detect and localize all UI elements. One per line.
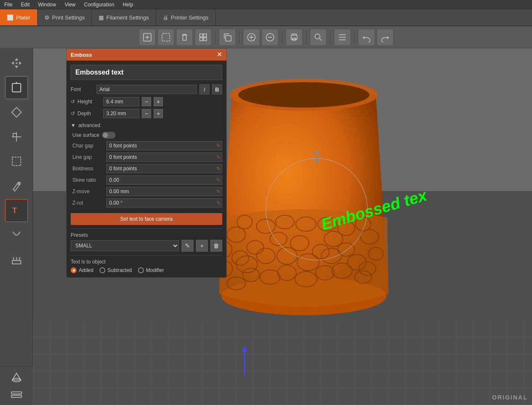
menu-help[interactable]: Help (119, 1, 138, 8)
radio-subtracted[interactable]: Subtracted (99, 267, 132, 273)
delete-btn[interactable] (176, 29, 193, 46)
tab-filament-settings[interactable]: ▦ Filament Settings (92, 9, 156, 25)
line-gap-input[interactable] (106, 153, 222, 162)
char-gap-edit-icon[interactable]: ✎ (216, 143, 221, 149)
menubar: File Edit Window View Configuration Help (0, 0, 532, 9)
height-reset-icon[interactable]: ↺ (71, 99, 75, 105)
align-btn[interactable] (334, 29, 351, 46)
add-part-btn[interactable] (243, 29, 260, 46)
advanced-section-header[interactable]: ▼ advanced (71, 121, 222, 130)
plater-icon: ⬜ (7, 14, 14, 21)
toolbar (0, 26, 532, 48)
text-object-section: Text is to object Added Subtracted Mo (71, 255, 222, 273)
radio-modifier[interactable]: Modifier (138, 267, 164, 273)
watermark: ORIGINAL (492, 394, 528, 401)
depth-input[interactable] (103, 109, 139, 118)
presets-section: Presets SMALL ✎ + 🗑 (71, 228, 222, 252)
font-label: Font (71, 86, 94, 92)
z-move-row: Z-move ✎ (72, 187, 222, 196)
menu-edit[interactable]: Edit (17, 1, 34, 8)
height-input[interactable] (103, 97, 139, 106)
advanced-chevron-icon: ▼ (71, 122, 76, 128)
bold-button[interactable]: B (212, 84, 222, 94)
sidebar-select[interactable] (5, 76, 28, 99)
line-gap-row: Line gap ✎ (72, 153, 222, 162)
viewport[interactable]: Embossed text ORIGINAL Emboss ✕ (33, 48, 532, 405)
svg-marker-22 (15, 66, 18, 68)
redo-btn[interactable] (377, 29, 394, 46)
sidebar-emboss[interactable]: T (5, 199, 28, 222)
height-plus-btn[interactable]: + (154, 97, 163, 106)
svg-point-16 (315, 34, 320, 39)
menu-window[interactable]: Window (34, 1, 61, 8)
add-object-btn[interactable] (139, 29, 156, 46)
sidebar-3d-view[interactable] (5, 369, 28, 386)
select-btn[interactable] (157, 29, 174, 46)
remove-part-btn[interactable] (262, 29, 278, 46)
use-surface-toggle[interactable] (102, 132, 116, 139)
printer-btn[interactable] (286, 29, 303, 46)
z-rot-edit-icon[interactable]: ✎ (216, 200, 221, 206)
z-move-input[interactable] (106, 187, 222, 196)
boldness-input[interactable] (106, 164, 222, 173)
svg-text:T: T (12, 206, 17, 215)
svg-marker-24 (19, 61, 22, 65)
embossed-text-field[interactable]: Embossed text (71, 65, 222, 80)
tab-plater[interactable]: ⬜ Plater (0, 9, 38, 25)
presets-label: Presets (71, 232, 222, 238)
char-gap-input[interactable] (106, 141, 222, 150)
search-btn[interactable] (310, 29, 327, 46)
arrange-btn[interactable] (195, 29, 212, 46)
depth-reset-icon[interactable]: ↺ (71, 111, 75, 117)
sidebar-scale[interactable] (5, 125, 28, 148)
sidebar-move[interactable] (5, 52, 28, 75)
tab-print-label: Print Settings (52, 14, 85, 21)
depth-plus-btn[interactable]: + (154, 109, 163, 118)
z-move-label: Z-move (72, 189, 106, 194)
presets-add-btn[interactable]: + (196, 240, 208, 252)
svg-rect-35 (12, 261, 21, 264)
menu-view[interactable]: View (61, 1, 80, 8)
line-gap-edit-icon[interactable]: ✎ (216, 154, 221, 160)
z-rot-input[interactable] (106, 198, 222, 208)
svg-marker-27 (15, 82, 18, 84)
italic-button[interactable]: I (199, 84, 209, 94)
depth-row: ↺ Depth − + (71, 109, 222, 118)
radio-added-label: Added (79, 267, 94, 273)
char-gap-row: Char gap ✎ (72, 141, 222, 150)
tab-print-settings[interactable]: ⚙ Print Settings (38, 9, 92, 25)
skew-edit-icon[interactable]: ✎ (216, 177, 221, 183)
presets-delete-btn[interactable]: 🗑 (210, 240, 222, 252)
boldness-edit-icon[interactable]: ✎ (216, 166, 221, 172)
sidebar-seam[interactable] (5, 224, 28, 247)
svg-rect-86 (311, 157, 315, 158)
presets-edit-btn[interactable]: ✎ (182, 240, 193, 252)
set-text-face-camera-button[interactable]: Set text to face camera (71, 213, 222, 225)
height-row: ↺ Height − + (71, 97, 222, 106)
tab-filament-label: Filament Settings (106, 14, 149, 21)
line-gap-label: Line gap (72, 154, 106, 160)
emboss-close-button[interactable]: ✕ (217, 51, 222, 58)
sidebar-cut[interactable] (5, 150, 28, 173)
skew-ratio-input[interactable] (106, 175, 222, 185)
font-input[interactable] (96, 85, 197, 94)
skew-ratio-row: Skew ratio ✎ (72, 175, 222, 185)
menu-file[interactable]: File (0, 1, 17, 8)
height-minus-btn[interactable]: − (142, 97, 151, 106)
z-move-edit-icon[interactable]: ✎ (216, 189, 221, 194)
tab-printer-settings[interactable]: 🖨 Printer Settings (156, 9, 216, 25)
z-rot-label: Z-rot (72, 200, 106, 206)
radio-added[interactable]: Added (71, 267, 94, 273)
depth-minus-btn[interactable]: − (142, 109, 151, 118)
menu-configuration[interactable]: Configuration (80, 1, 119, 8)
boldness-row: Boldness ✎ (72, 164, 222, 173)
copy-btn[interactable] (219, 29, 236, 46)
undo-btn[interactable] (358, 29, 375, 46)
sidebar-rotate[interactable] (5, 101, 28, 124)
presets-select[interactable]: SMALL (71, 240, 179, 251)
radio-added-circle (71, 267, 77, 273)
sidebar-fdm[interactable] (5, 248, 28, 271)
svg-rect-28 (11, 108, 21, 117)
sidebar-paint[interactable] (5, 175, 28, 197)
sidebar-layers[interactable] (5, 386, 28, 403)
